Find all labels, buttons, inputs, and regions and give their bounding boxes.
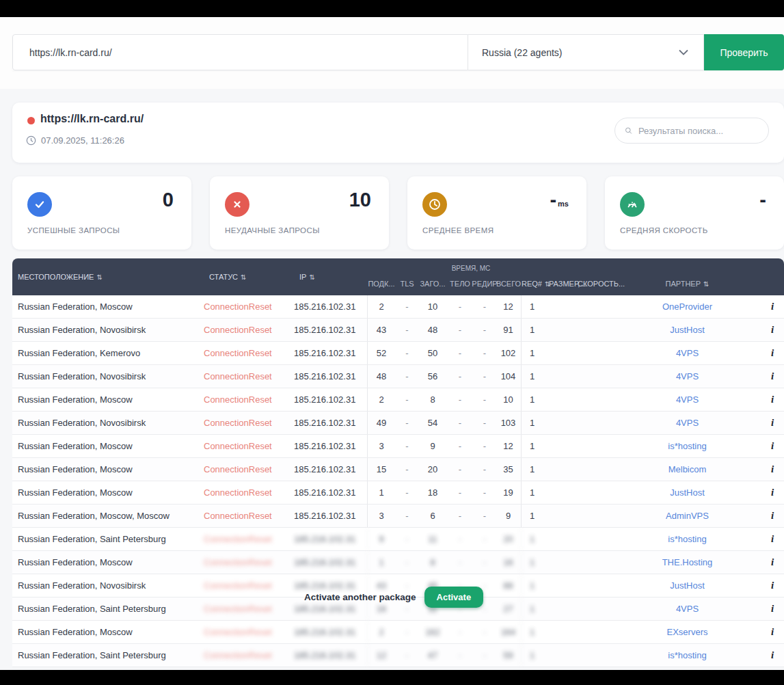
activate-button[interactable]: Activate [424,587,484,608]
info-icon[interactable]: i [761,435,784,457]
info-icon[interactable]: i [761,365,784,388]
check-button[interactable]: Проверить [704,34,784,70]
cell-req: 1 [522,295,549,318]
region-select[interactable]: Russia (22 agents) [468,34,704,70]
cell-req: 1 [522,597,549,620]
table-row[interactable]: Russian Federation, Moscow ConnectionRes… [12,551,784,574]
cell-tls: - [395,412,419,434]
info-icon[interactable]: i [761,528,784,550]
speedometer-icon [620,192,645,217]
partner-link[interactable]: is*hosting [614,528,761,550]
cell-total: 16 [496,551,522,574]
table-row[interactable]: Russian Federation, Moscow ConnectionRes… [12,295,784,319]
cell-connect: 2 [368,295,395,318]
partner-link[interactable]: Melbicom [614,458,761,481]
partner-link[interactable]: 4VPS [614,342,761,364]
info-icon[interactable]: i [761,505,784,527]
cell-speed [578,365,614,388]
partner-link[interactable]: OneProvider [614,295,761,318]
partner-link[interactable]: is*hosting [614,435,761,457]
cell-redirect: - [474,365,496,388]
partner-link[interactable]: 4VPS [614,412,761,434]
cell-location: Russian Federation, Saint Petersburg [12,597,204,620]
cell-total: 12 [496,295,522,318]
table-row[interactable]: Russian Federation, Novosibirsk Connecti… [12,319,784,342]
cell-req: 1 [522,365,549,388]
sort-icon: ⇅ [703,280,709,288]
cell-location: Russian Federation, Kemerovo [12,342,204,364]
table-row[interactable]: Russian Federation, Novosibirsk Connecti… [12,412,784,435]
cell-connect: 9 [368,528,395,550]
info-icon[interactable]: i [761,621,784,643]
info-icon[interactable]: i [761,574,784,597]
cell-body: - [446,481,474,504]
cell-body: - [446,295,474,318]
col-header-connect: ПОДК... [368,258,395,295]
table-row[interactable]: Russian Federation, Kemerovo ConnectionR… [12,342,784,365]
partner-link[interactable]: JustHost [614,481,761,504]
col-header-partner[interactable]: ПАРТНЕР⇅ [614,258,761,295]
info-icon[interactable]: i [761,388,784,411]
table-row[interactable]: Russian Federation, Saint Petersburg Con… [12,644,784,667]
cell-status: ConnectionReset [204,342,294,364]
info-icon[interactable]: i [761,551,784,574]
cell-redirect: - [474,621,496,643]
partner-link[interactable]: EXservers [614,621,761,643]
col-header-status[interactable]: СТАТУС⇅ [204,258,294,295]
table-row[interactable]: Russian Federation, Moscow ConnectionRes… [12,435,784,458]
table-header: МЕСТОПОЛОЖЕНИЕ⇅ СТАТУС⇅ IP⇅ ПОДК... TLS … [12,258,784,295]
info-icon[interactable]: i [761,412,784,434]
partner-link[interactable]: JustHost [614,319,761,341]
partner-link[interactable]: AdminVPS [614,505,761,527]
cell-total: 91 [496,319,522,341]
sort-icon: ⇅ [309,273,314,281]
col-header-req[interactable]: REQ#⇅ [522,258,549,295]
info-icon[interactable]: i [761,342,784,364]
table-row[interactable]: Russian Federation, Moscow ConnectionRes… [12,481,784,505]
partner-link[interactable]: JustHost [614,574,761,597]
cell-tls: - [395,295,419,318]
partner-link[interactable]: 4VPS [614,365,761,388]
search-input[interactable] [638,126,759,136]
cell-location: Russian Federation, Moscow [12,551,204,574]
cell-load: 6 [419,505,446,527]
info-icon[interactable]: i [761,644,784,667]
cell-status: ConnectionReset [204,481,294,504]
cell-ip: 185.216.102.31 [294,365,368,388]
cell-body: - [446,342,474,364]
cell-load: 10 [419,295,446,318]
cell-ip: 185.216.102.31 [294,342,368,364]
cell-connect: 3 [368,505,395,527]
col-header-location[interactable]: МЕСТОПОЛОЖЕНИЕ⇅ [12,258,204,295]
table-row[interactable]: Russian Federation, Moscow ConnectionRes… [12,388,784,412]
table-row[interactable]: Russian Federation, Moscow, Moscow Conne… [12,505,784,528]
partner-link[interactable]: THE.Hosting [614,551,761,574]
cell-redirect: - [474,528,496,550]
cell-location: Russian Federation, Moscow [12,621,204,643]
cell-ip: 185.216.102.31 [294,621,368,643]
info-icon[interactable]: i [761,458,784,481]
col-header-ip[interactable]: IP⇅ [294,258,368,295]
table-row[interactable]: Russian Federation, Saint Petersburg Con… [12,528,784,551]
cell-size [549,551,578,574]
table-row[interactable]: Russian Federation, Moscow ConnectionRes… [12,458,784,481]
cell-redirect: - [474,458,496,481]
cell-load: 50 [419,342,446,364]
info-icon[interactable]: i [761,295,784,318]
cell-status: ConnectionReset [204,644,294,667]
partner-link[interactable]: 4VPS [614,388,761,411]
table-row[interactable]: Russian Federation, Moscow ConnectionRes… [12,621,784,644]
info-icon[interactable]: i [761,319,784,341]
table-row[interactable]: Russian Federation, Novosibirsk Connecti… [12,365,784,388]
cell-size [549,644,578,667]
cell-connect: 2 [368,388,395,411]
search-box[interactable] [614,118,769,144]
cell-status: ConnectionReset [204,435,294,457]
info-icon[interactable]: i [761,481,784,504]
info-icon[interactable]: i [761,597,784,620]
partner-link[interactable]: is*hosting [614,644,761,667]
partner-link[interactable]: 4VPS [614,597,761,620]
url-input[interactable] [12,34,468,70]
cell-speed [578,435,614,457]
cell-load: 54 [419,412,446,434]
